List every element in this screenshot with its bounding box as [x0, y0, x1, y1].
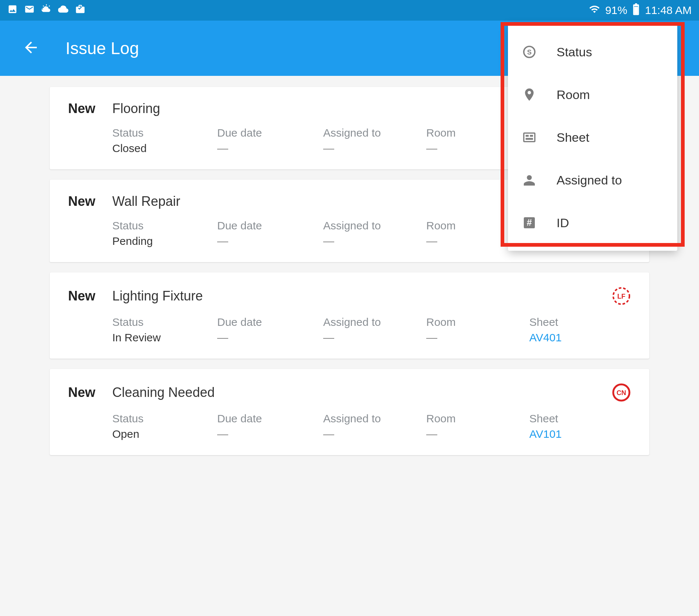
field-label-assigned: Assigned to [323, 412, 426, 425]
status-icons-left [7, 4, 85, 17]
svg-rect-9 [530, 135, 533, 137]
sheet-link[interactable]: AV101 [529, 428, 596, 440]
svg-rect-10 [526, 138, 533, 140]
field-value-status: Closed [112, 142, 217, 155]
back-arrow-icon[interactable] [22, 39, 40, 58]
menu-label: Status [557, 45, 592, 59]
status-icons-right: 91% 11:48 AM [589, 3, 692, 18]
field-label-assigned: Assigned to [323, 127, 426, 139]
svg-rect-7 [524, 133, 535, 141]
field-value-room: — [426, 331, 529, 344]
stamp-icon: CN [612, 383, 631, 402]
field-label-status: Status [112, 219, 217, 232]
svg-text:CN: CN [617, 389, 626, 397]
field-value-status: Pending [112, 235, 217, 247]
field-label-status: Status [112, 127, 217, 139]
sheet-icon [521, 129, 537, 145]
svg-text:LF: LF [617, 293, 625, 300]
field-value-assigned: — [323, 142, 426, 155]
svg-text:#: # [527, 217, 532, 228]
briefcase-icon [75, 4, 85, 17]
field-value-room: — [426, 428, 529, 440]
image-icon [7, 4, 18, 17]
menu-item-room[interactable]: Room [508, 73, 677, 116]
stamp-icon: LF [612, 286, 631, 306]
pin-icon [521, 87, 537, 103]
new-badge: New [68, 194, 112, 209]
wifi-icon [589, 4, 600, 17]
field-label-assigned: Assigned to [323, 219, 426, 232]
menu-item-status[interactable]: S Status [508, 31, 677, 73]
menu-label: ID [557, 216, 569, 230]
sort-menu: S Status Room Sheet Assigned to # ID [508, 24, 677, 251]
menu-label: Assigned to [557, 173, 622, 187]
clock-time: 11:48 AM [645, 4, 692, 17]
new-badge: New [68, 385, 112, 400]
page-title: Issue Log [66, 38, 139, 58]
field-label-sheet: Sheet [529, 316, 596, 328]
field-value-assigned: — [323, 428, 426, 440]
svg-text:S: S [527, 48, 532, 56]
field-label-room: Room [426, 412, 529, 425]
field-label-status: Status [112, 316, 217, 328]
field-label-status: Status [112, 412, 217, 425]
svg-rect-0 [634, 7, 638, 14]
field-label-duedate: Due date [217, 412, 323, 425]
field-value-duedate: — [217, 235, 323, 247]
issue-title: Cleaning Needed [112, 385, 215, 400]
field-label-room: Room [426, 316, 529, 328]
new-badge: New [68, 288, 112, 304]
field-value-duedate: — [217, 142, 323, 155]
svg-rect-8 [526, 135, 529, 137]
field-label-duedate: Due date [217, 316, 323, 328]
issue-title: Flooring [112, 101, 160, 116]
gmail-icon [24, 4, 35, 17]
field-value-duedate: — [217, 331, 323, 344]
status-circle-icon: S [521, 44, 537, 60]
issue-card[interactable]: New Cleaning Needed CN Status Open Due d… [50, 369, 649, 455]
weather-icon [41, 4, 52, 17]
new-badge: New [68, 101, 112, 116]
issue-card[interactable]: New Lighting Fixture LF Status In Review… [50, 272, 649, 359]
menu-item-sheet[interactable]: Sheet [508, 116, 677, 159]
field-value-status: Open [112, 428, 217, 440]
field-label-sheet: Sheet [529, 412, 596, 425]
cloud-icon [58, 4, 68, 17]
menu-label: Sheet [557, 130, 589, 145]
menu-item-assigned[interactable]: Assigned to [508, 159, 677, 201]
issue-title: Lighting Fixture [112, 288, 203, 304]
field-label-duedate: Due date [217, 219, 323, 232]
battery-icon [632, 3, 640, 18]
battery-percent: 91% [605, 4, 627, 17]
person-icon [521, 172, 537, 188]
issue-title: Wall Repair [112, 194, 180, 209]
menu-item-id[interactable]: # ID [508, 201, 677, 244]
field-label-duedate: Due date [217, 127, 323, 139]
field-value-assigned: — [323, 331, 426, 344]
field-value-duedate: — [217, 428, 323, 440]
hash-icon: # [521, 215, 537, 231]
menu-label: Room [557, 88, 590, 102]
field-label-assigned: Assigned to [323, 316, 426, 328]
sheet-link[interactable]: AV401 [529, 331, 596, 344]
android-status-bar: 91% 11:48 AM [0, 0, 699, 21]
field-value-status: In Review [112, 331, 217, 344]
field-value-assigned: — [323, 235, 426, 247]
